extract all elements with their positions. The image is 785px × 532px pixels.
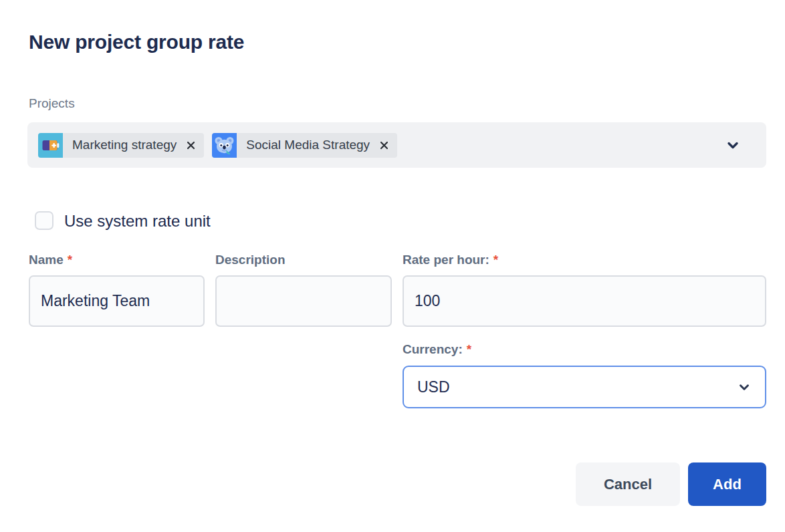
use-system-rate-unit-label: Use system rate unit xyxy=(64,212,211,231)
chevron-down-icon xyxy=(725,137,741,153)
project-chip-label: Social Media Strategy xyxy=(237,138,376,152)
marketing-project-icon xyxy=(38,133,63,158)
required-asterisk: * xyxy=(493,253,498,267)
rate-per-hour-field[interactable] xyxy=(403,275,766,327)
chevron-down-icon xyxy=(737,380,752,394)
projects-multiselect[interactable]: Marketing strategy xyxy=(27,122,766,168)
projects-field-label: Projects xyxy=(29,96,75,111)
use-system-rate-unit-checkbox[interactable] xyxy=(35,211,53,230)
name-field-label: Name* xyxy=(29,253,72,267)
new-project-group-rate-dialog: New project group rate Projects Marketin… xyxy=(0,0,785,532)
remove-project-icon[interactable] xyxy=(183,133,199,158)
currency-field-label: Currency:* xyxy=(403,342,471,357)
currency-selected-value: USD xyxy=(417,378,450,396)
project-chip-marketing-strategy: Marketing strategy xyxy=(38,133,204,158)
required-asterisk: * xyxy=(68,253,72,267)
remove-project-icon[interactable] xyxy=(376,133,392,158)
description-field[interactable] xyxy=(215,275,392,327)
add-button[interactable]: Add xyxy=(688,462,766,506)
koala-project-icon xyxy=(212,133,237,158)
required-asterisk: * xyxy=(467,342,471,357)
cancel-button[interactable]: Cancel xyxy=(576,462,680,506)
description-field-label: Description xyxy=(215,253,286,267)
currency-select[interactable]: USD xyxy=(403,366,766,408)
name-field[interactable] xyxy=(29,275,205,327)
project-chip-label: Marketing strategy xyxy=(63,138,183,152)
rate-per-hour-field-label: Rate per hour:* xyxy=(403,253,498,267)
project-chip-social-media-strategy: Social Media Strategy xyxy=(212,133,397,158)
page-title: New project group rate xyxy=(29,31,244,53)
